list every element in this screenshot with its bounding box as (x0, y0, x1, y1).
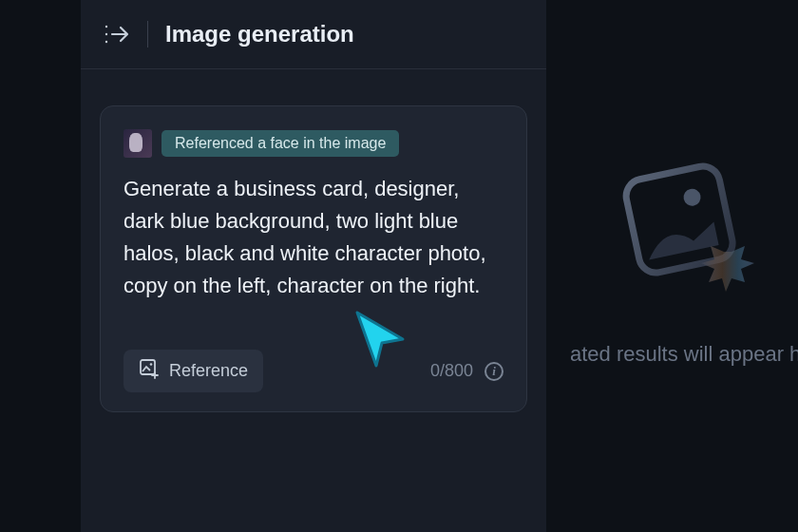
svg-point-2 (105, 26, 107, 28)
page-title: Image generation (165, 21, 354, 48)
prompt-textarea[interactable]: Generate a business card, designer, dark… (124, 173, 504, 302)
reference-badge-row: Referenced a face in the image (124, 129, 504, 158)
info-icon[interactable]: i (484, 362, 504, 381)
header-divider (147, 21, 148, 48)
reference-button-label: Reference (169, 361, 248, 381)
svg-point-6 (150, 364, 153, 367)
svg-point-1 (682, 187, 702, 207)
svg-point-4 (105, 41, 107, 43)
reference-badge[interactable]: Referenced a face in the image (162, 130, 399, 157)
image-add-icon (139, 358, 160, 384)
prompt-footer-right: 0/800 i (430, 361, 504, 381)
image-generation-panel: Image generation Referenced a face in th… (81, 0, 546, 532)
placeholder-text: ated results will appear her (570, 342, 798, 367)
results-placeholder: ated results will appear her (570, 133, 798, 367)
image-placeholder-icon (598, 133, 770, 304)
svg-point-3 (105, 33, 107, 35)
reference-thumbnail[interactable] (124, 129, 152, 158)
character-counter: 0/800 (430, 361, 473, 381)
prompt-footer: Reference 0/800 i (124, 350, 504, 392)
prompt-card: Referenced a face in the image Generate … (100, 105, 527, 412)
panel-header: Image generation (81, 0, 546, 69)
expand-icon[interactable] (104, 23, 130, 46)
reference-button[interactable]: Reference (124, 350, 263, 392)
